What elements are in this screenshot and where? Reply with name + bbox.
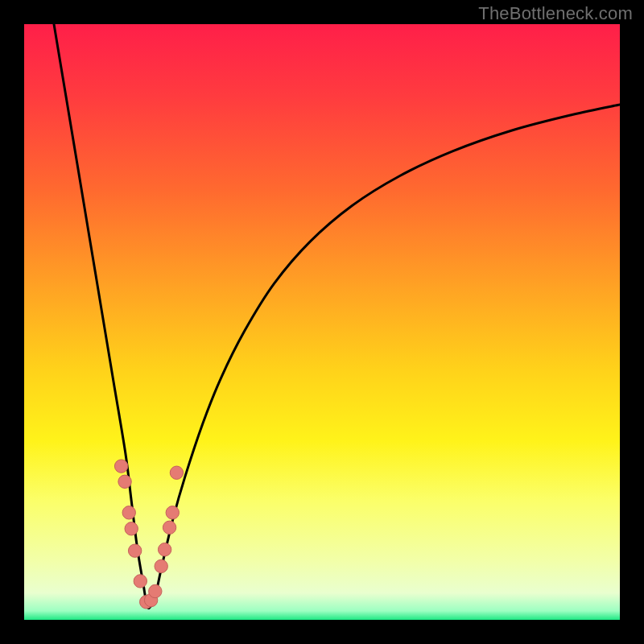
bottleneck-curve (54, 24, 620, 608)
highlight-dot (125, 522, 138, 535)
highlight-dot (163, 521, 175, 534)
highlight-dot (166, 506, 179, 519)
curve-svg (24, 24, 620, 620)
highlight-dots-group (114, 460, 183, 609)
highlight-dot (114, 460, 127, 473)
highlight-dot (155, 559, 167, 572)
highlight-dot (149, 584, 162, 597)
highlight-dot (170, 466, 183, 479)
highlight-dot (128, 544, 141, 557)
outer-frame: TheBottleneck.com (0, 0, 644, 644)
highlight-dot (122, 506, 135, 519)
watermark-text: TheBottleneck.com (478, 3, 633, 24)
highlight-dot (118, 475, 131, 488)
highlight-dot (158, 543, 171, 555)
highlight-dot (134, 575, 147, 588)
plot-area (24, 24, 620, 620)
